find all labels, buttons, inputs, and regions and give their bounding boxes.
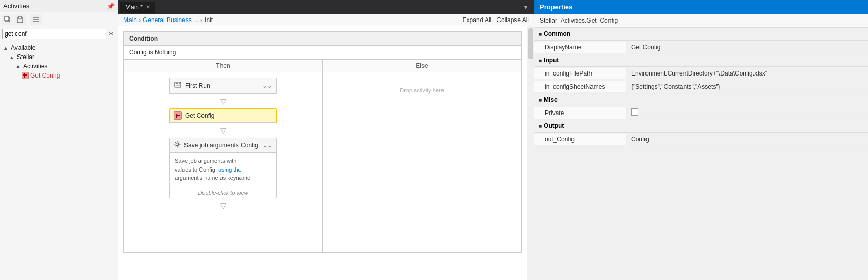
save-job-doubleclick: Double-click to view bbox=[170, 186, 276, 198]
properties-panel: Properties Stellar_Activities.Get_Config… bbox=[534, 0, 868, 280]
tab-dropdown[interactable]: ▼ bbox=[520, 4, 532, 11]
save-job-node[interactable]: Save job arguments Config ⌄⌄ Save job ar… bbox=[169, 138, 277, 198]
svg-rect-8 bbox=[24, 73, 25, 78]
input-toggle: ■ bbox=[539, 58, 542, 63]
section-misc-header[interactable]: ■ Misc bbox=[534, 94, 868, 106]
tab-bar: Main * ✕ ▼ bbox=[118, 0, 534, 14]
tree-item-get-config[interactable]: Get Config bbox=[0, 71, 118, 80]
configsheetnames-value[interactable]: {"Settings","Constants","Assets"} bbox=[627, 81, 868, 92]
else-branch: Else Drop activity here bbox=[323, 60, 521, 252]
displayname-label: DisplayName bbox=[534, 42, 627, 53]
first-run-title: First Run bbox=[185, 82, 259, 89]
drop-area[interactable]: Drop activity here bbox=[400, 78, 444, 103]
breadcrumb-sep-1: › bbox=[139, 16, 141, 24]
get-config-tree-label[interactable]: Get Config bbox=[30, 72, 60, 79]
available-label: Available bbox=[11, 44, 35, 51]
available-toggle: ▲ bbox=[3, 45, 9, 51]
list-view-button[interactable] bbox=[30, 14, 42, 25]
then-content: First Run ⌄⌄ ▽ bbox=[124, 72, 322, 252]
output-toggle: ■ bbox=[539, 123, 542, 129]
input-label: Input bbox=[544, 57, 559, 64]
else-header: Else bbox=[323, 60, 521, 72]
drop-area-label: Drop activity here bbox=[400, 87, 444, 94]
tree-item-available[interactable]: ▲ Available bbox=[0, 43, 118, 52]
scrollbar-thumb[interactable] bbox=[528, 28, 533, 59]
activities-header: Activities · · · · · · 📌 bbox=[0, 0, 118, 12]
private-value bbox=[627, 106, 868, 119]
save-job-expand[interactable]: ⌄⌄ bbox=[262, 142, 272, 149]
first-run-collapse[interactable]: ⌄⌄ bbox=[262, 82, 272, 89]
activities-panel: Activities · · · · · · 📌 ✕ bbox=[0, 0, 118, 280]
svg-point-10 bbox=[176, 83, 177, 84]
copy-button[interactable] bbox=[2, 14, 13, 25]
tree-item-stellar[interactable]: ▲ Stellar bbox=[0, 52, 118, 62]
breadcrumb-bar: Main › General Business ... › Init Expan… bbox=[118, 14, 534, 26]
configsheetnames-label: in_configSheetNames bbox=[534, 81, 627, 92]
svg-rect-1 bbox=[5, 16, 9, 21]
tree-item-activities[interactable]: ▲ Activities bbox=[0, 62, 118, 71]
properties-subtitle: Stellar_Activities.Get_Config bbox=[534, 14, 868, 28]
canvas-content: Condition Config is Nothing Then bbox=[118, 26, 527, 258]
save-job-body-text: Save job arguments withvalues to Config,… bbox=[175, 158, 252, 181]
save-job-link[interactable]: using the bbox=[218, 166, 242, 173]
breadcrumb-main[interactable]: Main bbox=[123, 16, 137, 24]
else-content: Drop activity here bbox=[323, 72, 521, 252]
main-tab-label: Main * bbox=[125, 4, 143, 11]
properties-content: ■ Common DisplayName Get Config ■ Input … bbox=[534, 28, 868, 280]
connector-3: ▽ bbox=[218, 200, 228, 211]
connector-2: ▽ bbox=[218, 125, 228, 136]
prop-displayname-row: DisplayName Get Config bbox=[534, 41, 868, 54]
activities-tree-toggle: ▲ bbox=[15, 64, 22, 69]
activities-tree: ▲ Available ▲ Stellar ▲ Activities Get C… bbox=[0, 41, 118, 280]
first-run-icon bbox=[174, 81, 182, 90]
auto-hide-icon[interactable]: 📌 bbox=[107, 3, 115, 10]
save-job-body: Save job arguments withvalues to Config,… bbox=[170, 153, 276, 186]
main-tab[interactable]: Main * ✕ bbox=[120, 2, 155, 13]
private-checkbox[interactable] bbox=[631, 108, 638, 116]
misc-toggle: ■ bbox=[539, 97, 542, 103]
activities-header-icons: · · · · · · 📌 bbox=[83, 3, 115, 10]
expand-all-button[interactable]: Expand All bbox=[463, 16, 492, 24]
svg-rect-15 bbox=[176, 114, 177, 118]
section-output: ■ Output out_Config Config bbox=[534, 120, 868, 146]
canvas-scrollbar[interactable] bbox=[527, 26, 534, 280]
breadcrumb-general[interactable]: General Business ... bbox=[143, 16, 198, 24]
condition-block: Condition Config is Nothing Then bbox=[123, 31, 522, 253]
properties-header: Properties bbox=[534, 0, 868, 14]
save-job-icon bbox=[174, 141, 181, 150]
search-input[interactable] bbox=[2, 29, 106, 39]
first-run-header: First Run ⌄⌄ bbox=[170, 78, 276, 94]
outconfig-label: out_Config bbox=[534, 134, 627, 145]
prop-configfilepath-row: in_configFilePath Environment.CurrentDir… bbox=[534, 67, 868, 80]
collapse-all-button[interactable]: Collapse All bbox=[496, 16, 529, 24]
section-output-header[interactable]: ■ Output bbox=[534, 120, 868, 133]
svg-point-11 bbox=[177, 83, 178, 84]
get-config-node[interactable]: Get Config bbox=[169, 108, 277, 123]
canvas-scroll[interactable]: Condition Config is Nothing Then bbox=[118, 26, 527, 280]
breadcrumb-sep-2: › bbox=[200, 16, 202, 24]
displayname-value[interactable]: Get Config bbox=[627, 42, 868, 53]
activities-toolbar bbox=[0, 12, 118, 27]
get-config-node-header: Get Config bbox=[170, 109, 276, 123]
stellar-label: Stellar bbox=[17, 53, 34, 61]
paste-button[interactable] bbox=[14, 14, 26, 25]
get-config-node-title: Get Config bbox=[185, 112, 272, 119]
breadcrumb-left: Main › General Business ... › Init bbox=[123, 16, 213, 24]
then-branch: Then bbox=[124, 60, 323, 252]
activities-tree-label: Activities bbox=[23, 63, 47, 70]
common-toggle: ■ bbox=[539, 31, 542, 37]
search-clear-button[interactable]: ✕ bbox=[106, 29, 116, 39]
save-job-title: Save job arguments Config bbox=[184, 142, 259, 149]
section-common-header[interactable]: ■ Common bbox=[534, 28, 868, 41]
private-label: Private bbox=[534, 107, 627, 119]
section-input-header[interactable]: ■ Input bbox=[534, 54, 868, 67]
misc-label: Misc bbox=[544, 96, 558, 103]
condition-header: Condition bbox=[124, 32, 521, 46]
stellar-toggle: ▲ bbox=[9, 54, 15, 60]
main-tab-close[interactable]: ✕ bbox=[146, 4, 150, 10]
first-run-node[interactable]: First Run ⌄⌄ bbox=[169, 78, 277, 94]
canvas-with-scroll: Condition Config is Nothing Then bbox=[118, 26, 534, 280]
outconfig-value[interactable]: Config bbox=[627, 134, 868, 145]
get-config-activity-icon bbox=[22, 72, 29, 79]
configfilepath-value[interactable]: Environment.CurrentDirectory+"\Data\Conf… bbox=[627, 68, 868, 79]
